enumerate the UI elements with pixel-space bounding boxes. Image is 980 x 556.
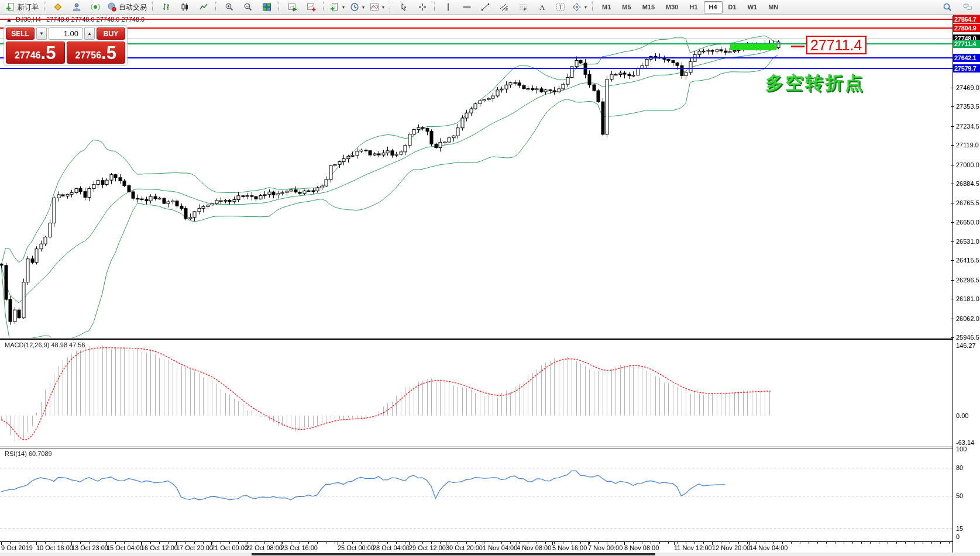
volume-input[interactable] <box>49 27 82 40</box>
horizontal-scrollbar[interactable] <box>0 552 980 556</box>
trendline-icon <box>481 2 490 12</box>
one-click-trading-panel: SELL ▼ ▲ BUY 27746.5 27756.5 <box>4 25 128 66</box>
price-tag: 27864.7 <box>953 15 980 23</box>
chevron-down-icon: ▾ <box>362 5 365 10</box>
templates-button[interactable]: ▾ <box>328 1 347 14</box>
line-chart-icon <box>199 2 208 12</box>
zoom-in-button[interactable] <box>220 1 238 14</box>
shapes-button[interactable]: ▾ <box>570 1 589 14</box>
new-chart-icon <box>288 2 297 12</box>
price-tag: 27579.7 <box>953 64 980 72</box>
chevron-down-icon: ▾ <box>584 5 587 10</box>
bar-chart-button[interactable] <box>157 1 175 14</box>
cursor-icon <box>399 2 408 12</box>
toolbar-separator <box>434 2 435 12</box>
timeframe-m5-button[interactable]: M5 <box>617 1 636 13</box>
price-tag: 27642.1 <box>953 54 980 62</box>
auto-trading-button[interactable]: 自动交易 <box>105 1 149 14</box>
scrollbar-thumb[interactable] <box>252 553 655 555</box>
fibonacci-icon: F <box>518 2 528 12</box>
new-order-button-label: 新订单 <box>18 2 39 12</box>
zoom-out-button[interactable] <box>239 1 257 14</box>
chevron-down-icon: ▾ <box>342 5 345 10</box>
timeframe-d1-button[interactable]: D1 <box>723 1 742 13</box>
gold-diamond-icon <box>53 2 63 12</box>
horizontal-line-icon <box>462 2 472 12</box>
period-button[interactable]: ▾ <box>348 1 367 14</box>
svg-text:A: A <box>539 3 545 12</box>
toolbar-separator <box>390 2 391 12</box>
crosshair-icon <box>418 2 427 12</box>
signal-icon <box>91 2 100 12</box>
cursor-button[interactable] <box>394 1 412 14</box>
horizontal-line-button[interactable] <box>458 1 476 14</box>
bar-chart-icon <box>161 2 171 12</box>
channel-icon: E <box>500 2 509 12</box>
svg-text:F: F <box>524 7 527 12</box>
chart-shift-button[interactable] <box>302 1 320 14</box>
new-chart-button[interactable] <box>283 1 301 14</box>
toolbar-separator <box>323 2 324 12</box>
svg-text:E: E <box>506 8 508 12</box>
indicators-button[interactable]: ▾ <box>367 1 387 14</box>
svg-text:T: T <box>559 4 563 11</box>
line-chart-button[interactable] <box>194 1 212 14</box>
volume-decrease-button[interactable]: ▼ <box>36 27 47 40</box>
vertical-line-icon <box>443 2 453 12</box>
channel-button[interactable]: E <box>495 1 513 14</box>
toolbar: 新订单自动交易▾▾▾EFAT▾M1M5M15M30H1H4D1W1MN <box>0 0 980 15</box>
crosshair-button[interactable] <box>413 1 431 14</box>
new-order-button[interactable]: 新订单 <box>4 1 41 14</box>
annotation-text[interactable]: 多空转折点 <box>765 71 865 95</box>
toolbar-separator <box>592 2 593 12</box>
tile-windows-button[interactable] <box>257 1 276 14</box>
toolbar-separator <box>215 2 216 12</box>
indicator-wave-icon <box>370 2 379 12</box>
chart-plus-icon <box>307 2 316 12</box>
candlestick-icon <box>180 2 190 12</box>
toolbar-right-group <box>938 1 976 14</box>
price-tag: 27711.4 <box>953 40 980 48</box>
chat-button[interactable] <box>958 1 976 14</box>
zoom-out-icon <box>243 2 253 12</box>
timeframe-m1-button[interactable]: M1 <box>597 1 616 13</box>
timeframe-h4-button[interactable]: H4 <box>704 1 723 13</box>
zoom-in-icon <box>225 2 234 12</box>
label-icon: T <box>556 2 565 12</box>
price-chart[interactable] <box>0 15 980 556</box>
auto-trading-button-label: 自动交易 <box>119 2 147 12</box>
timeframe-w1-button[interactable]: W1 <box>742 1 763 13</box>
buy-button[interactable]: BUY <box>97 27 125 40</box>
template-icon <box>330 2 339 12</box>
timeframe-m30-button[interactable]: M30 <box>661 1 683 13</box>
rsi-label: RSI(14) 60.7089 <box>5 450 52 457</box>
document-plus-icon <box>6 2 15 12</box>
sell-price[interactable]: 27746.5 <box>6 42 65 64</box>
vertical-line-button[interactable] <box>439 1 457 14</box>
data-window-button[interactable] <box>67 1 85 14</box>
clock-icon <box>350 2 359 12</box>
trendline-button[interactable] <box>476 1 494 14</box>
search-button[interactable] <box>938 1 956 14</box>
volume-increase-button[interactable]: ▲ <box>84 27 95 40</box>
callout-dash <box>791 46 804 47</box>
timeframe-h1-button[interactable]: H1 <box>684 1 703 13</box>
text-button[interactable]: A <box>532 1 551 14</box>
candlestick-chart-button[interactable] <box>176 1 194 14</box>
sell-button[interactable]: SELL <box>6 27 35 40</box>
price-callout[interactable]: 27711.4 <box>806 36 866 54</box>
timeframe-mn-button[interactable]: MN <box>763 1 783 13</box>
toolbar-separator <box>152 2 153 12</box>
market-watch-button[interactable] <box>49 1 67 14</box>
search-icon <box>943 2 952 12</box>
timeframe-m15-button[interactable]: M15 <box>637 1 660 13</box>
chevron-down-icon: ▾ <box>382 5 384 10</box>
person-icon <box>72 2 81 12</box>
sphere-stop-icon <box>107 2 116 12</box>
label-button[interactable]: T <box>551 1 569 14</box>
trading-terminal: 新订单自动交易▾▾▾EFAT▾M1M5M15M30H1H4D1W1MN SELL… <box>0 0 980 556</box>
buy-price[interactable]: 27756.5 <box>67 42 126 64</box>
fibonacci-button[interactable]: F <box>514 1 532 14</box>
signal-button[interactable] <box>86 1 104 14</box>
price-tag: 27804.9 <box>953 24 980 32</box>
